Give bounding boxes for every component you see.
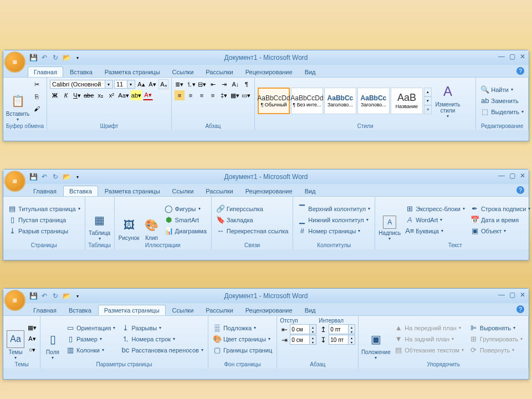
font-name-combo[interactable]: ▾	[50, 80, 113, 89]
bookmark-button[interactable]: 🔖Закладка	[214, 215, 290, 225]
signature-button[interactable]: ✒Строка подписи▾	[469, 204, 532, 214]
align-button[interactable]: ⊫Выровнять▾	[468, 323, 525, 333]
show-marks-button[interactable]: ¶	[242, 79, 252, 89]
paste-button[interactable]: 📋 Вставить ▾	[6, 79, 29, 122]
bullets-button[interactable]: ≣▾	[175, 79, 185, 89]
numbering-button[interactable]: ⒈▾	[186, 79, 196, 89]
size-button[interactable]: ▯Размер▾	[64, 334, 117, 344]
datetime-button[interactable]: 📅Дата и время	[469, 215, 532, 225]
copy-button[interactable]: ⎘	[32, 91, 42, 101]
grow-font-button[interactable]: A▴	[136, 79, 146, 89]
style-gallery[interactable]: AaBbCcDd¶ Обычный AaBbCcDd¶ Без инте... …	[258, 88, 432, 114]
tab-refs[interactable]: Ссылки	[167, 305, 200, 315]
crossref-button[interactable]: ↔Перекрестная ссылка	[214, 226, 290, 236]
smartart-button[interactable]: ⬢SmartArt	[163, 215, 208, 225]
redo-icon[interactable]: ↻	[51, 291, 60, 300]
open-icon[interactable]: 📂	[62, 53, 71, 62]
tab-insert[interactable]: Вставка	[63, 305, 97, 315]
minimize-button[interactable]: —	[498, 172, 505, 180]
style-normal[interactable]: AaBbCcDd¶ Обычный	[258, 88, 290, 114]
close-button[interactable]: ✕	[520, 53, 525, 60]
pageborders-button[interactable]: ▢Границы страниц	[211, 345, 274, 355]
select-button[interactable]: ⬚Выделить▾	[479, 107, 525, 117]
font-size-combo[interactable]: ▾	[114, 80, 135, 89]
multilevel-button[interactable]: ⊟▾	[197, 79, 207, 89]
style-heading2[interactable]: AaBbCcЗаголово...	[357, 88, 390, 114]
format-painter-button[interactable]: 🖌	[32, 104, 42, 114]
tab-insert[interactable]: Вставка	[63, 186, 98, 196]
qat-more-icon[interactable]: ▾	[73, 172, 82, 181]
tab-refs[interactable]: Ссылки	[167, 67, 200, 77]
blank-page-button[interactable]: ▯Пустая страница	[6, 215, 82, 225]
line-spacing-button[interactable]: ‡▾	[219, 90, 229, 100]
gallery-more[interactable]: ≡	[424, 105, 432, 114]
tab-layout[interactable]: Разметка страницы	[98, 305, 166, 315]
office-button[interactable]: ⊞	[4, 52, 25, 73]
gallery-down[interactable]: ▾	[424, 96, 432, 105]
clipart-button[interactable]: 🎨Клип	[143, 198, 161, 241]
pagecolor-button[interactable]: 🎨Цвет страницы▾	[211, 334, 274, 344]
style-nospacing[interactable]: AaBbCcDd¶ Без инте...	[291, 88, 323, 114]
indent-inc-button[interactable]: ⇥	[219, 79, 229, 89]
case-button[interactable]: Aa▾	[117, 90, 129, 100]
table-button[interactable]: ▦Таблица▾	[88, 198, 111, 241]
save-icon[interactable]: 💾	[29, 53, 38, 62]
borders-button[interactable]: ▭▾	[241, 90, 251, 100]
tab-home[interactable]: Главная	[28, 186, 62, 196]
position-button[interactable]: ▣Положение▾	[361, 318, 390, 360]
clear-format-button[interactable]: Aₐ	[158, 79, 168, 89]
theme-effects-button[interactable]: ○▾	[27, 345, 37, 355]
undo-icon[interactable]: ↶	[40, 291, 49, 300]
chart-button[interactable]: 📊Диаграмма	[163, 226, 208, 236]
quickparts-button[interactable]: ⊞Экспресс-блоки▾	[403, 204, 467, 214]
font-name-input[interactable]	[50, 80, 105, 89]
undo-icon[interactable]: ↶	[40, 172, 49, 181]
bold-button[interactable]: Ж	[50, 90, 60, 100]
tab-mail[interactable]: Рассылки	[200, 186, 238, 196]
help-button[interactable]: ?	[516, 305, 524, 313]
office-button[interactable]: ⊞	[4, 171, 25, 192]
indent-right-spinner[interactable]: ▴▾	[290, 335, 316, 345]
linenumbers-button[interactable]: ⒈Номера строк▾	[119, 334, 204, 344]
close-button[interactable]: ✕	[520, 291, 525, 299]
minimize-button[interactable]: —	[498, 53, 505, 60]
pagenum-button[interactable]: #Номер страницы▾	[296, 226, 372, 236]
tab-insert[interactable]: Вставка	[64, 67, 98, 77]
highlight-button[interactable]: ab▾	[131, 90, 142, 100]
qat-more-icon[interactable]: ▾	[73, 53, 82, 62]
open-icon[interactable]: 📂	[62, 172, 71, 181]
maximize-button[interactable]: ▢	[509, 291, 515, 299]
office-button[interactable]: ⊞	[4, 290, 25, 311]
cut-button[interactable]: ✂	[32, 79, 42, 89]
footer-button[interactable]: ▁Нижний колонтитул▾	[296, 215, 372, 225]
header-button[interactable]: ▔Верхний колонтитул▾	[296, 204, 372, 214]
indent-left-spinner[interactable]: ▴▾	[290, 324, 316, 334]
close-button[interactable]: ✕	[520, 172, 525, 180]
justify-button[interactable]: ≡	[208, 90, 218, 100]
save-icon[interactable]: 💾	[29, 291, 38, 300]
theme-fonts-button[interactable]: A▾	[27, 334, 37, 344]
gallery-up[interactable]: ▴	[424, 88, 432, 96]
open-icon[interactable]: 📂	[62, 291, 71, 300]
help-button[interactable]: ?	[516, 67, 524, 75]
underline-button[interactable]: Ч▾	[72, 90, 82, 100]
align-center-button[interactable]: ≡	[186, 90, 196, 100]
font-color-button[interactable]: A▾	[143, 90, 153, 100]
space-after-spinner[interactable]: ▴▾	[329, 335, 355, 345]
tab-mail[interactable]: Рассылки	[200, 67, 238, 77]
tab-view[interactable]: Вид	[299, 186, 321, 196]
font-size-input[interactable]	[114, 80, 127, 89]
shading-button[interactable]: ▦▾	[230, 90, 240, 100]
margins-button[interactable]: ▯Поля▾	[43, 318, 62, 360]
change-styles-button[interactable]: A Изменить стили▾	[434, 83, 462, 119]
help-button[interactable]: ?	[516, 186, 524, 194]
redo-icon[interactable]: ↻	[51, 172, 60, 181]
watermark-button[interactable]: ▒Подложка▾	[211, 323, 274, 333]
style-title[interactable]: AaBНазвание	[391, 88, 423, 114]
minimize-button[interactable]: —	[498, 291, 505, 299]
wordart-button[interactable]: AWordArt▾	[403, 215, 467, 225]
dropcap-button[interactable]: A≡Буквица▾	[403, 226, 467, 236]
hyphenation-button[interactable]: bcРасстановка переносов▾	[119, 345, 204, 355]
tab-home[interactable]: Главная	[28, 305, 62, 315]
themes-button[interactable]: AaТемы▾	[6, 318, 25, 360]
